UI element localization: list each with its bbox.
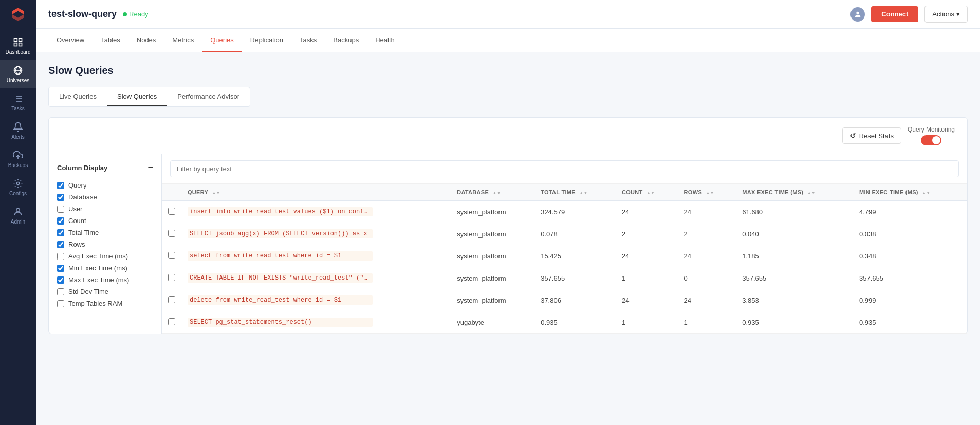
th-min-exec[interactable]: MIN EXEC TIME (MS) ▲▼ [853,184,967,201]
tab-metrics[interactable]: Metrics [164,29,202,52]
query-monitoring-group: Query Monitoring [908,126,955,145]
th-total-time[interactable]: TOTAL TIME ▲▼ [534,184,616,201]
col-database[interactable]: Database [57,191,153,203]
total-time-cell: 324.579 [534,201,616,223]
rows-cell: 0 [678,267,736,289]
sidebar-item-universes[interactable]: Universes [0,60,36,88]
sidebar-item-alerts[interactable]: Alerts [0,117,36,145]
database-cell: system_platform [451,223,534,245]
sort-icon-total-time: ▲▼ [579,191,587,195]
universe-name: test-slow-query [48,9,117,20]
count-cell: 1 [616,311,678,334]
row-checkbox[interactable] [168,296,175,303]
th-database[interactable]: DATABASE ▲▼ [451,184,534,201]
table-row: select from write_read_test where id = $… [162,245,967,267]
sidebar-item-configs[interactable]: Configs [0,173,36,201]
actions-button[interactable]: Actions ▾ [924,6,968,23]
tab-nodes[interactable]: Nodes [128,29,164,52]
column-display-title: Column Display [57,164,107,172]
th-checkbox [162,184,181,201]
table-row: CREATE TABLE IF NOT EXISTS "write_read_t… [162,267,967,289]
sidebar: Dashboard Universes Tasks Alerts Backups… [0,0,36,346]
row-checkbox[interactable] [168,208,175,215]
col-max-exec[interactable]: Max Exec Time (ms) [57,274,153,286]
query-cell[interactable]: CREATE TABLE IF NOT EXISTS "write_read_t… [181,267,451,289]
database-cell: system_platform [451,201,534,223]
status-dot-icon [123,12,127,16]
reset-stats-button[interactable]: ↺ Reset Stats [842,127,901,144]
min-exec-cell: 0.038 [853,223,967,245]
sort-icon-min-exec: ▲▼ [922,191,930,195]
query-cell[interactable]: delete from write_read_test where id = $… [181,289,451,311]
max-exec-cell: 61.680 [736,201,853,223]
count-cell: 1 [616,267,678,289]
refresh-icon: ↺ [850,132,856,140]
tab-health[interactable]: Health [367,29,403,52]
col-count[interactable]: Count [57,215,153,227]
query-monitoring-label: Query Monitoring [908,126,955,133]
col-user[interactable]: User [57,203,153,215]
sub-tab-live[interactable]: Live Queries [49,87,107,106]
max-exec-cell: 1.185 [736,245,853,267]
col-avg-exec[interactable]: Avg Exec Time (ms) [57,250,153,262]
tab-replication[interactable]: Replication [242,29,291,52]
svg-rect-3 [19,43,22,46]
max-exec-cell: 357.655 [736,267,853,289]
content-area: ↺ Reset Stats Query Monitoring Column Di… [48,117,968,334]
database-cell: system_platform [451,245,534,267]
query-cell[interactable]: SELECT jsonb_agg(x) FROM (SELECT version… [181,223,451,245]
sub-tab-performance[interactable]: Performance Advisor [167,87,250,106]
th-max-exec[interactable]: MAX EXEC TIME (MS) ▲▼ [736,184,853,201]
col-std-dev[interactable]: Std Dev Time [57,286,153,298]
row-checkbox[interactable] [168,274,175,281]
query-cell[interactable]: insert into write_read_test values ($1) … [181,201,451,223]
filter-input[interactable] [170,160,959,177]
tab-backups[interactable]: Backups [325,29,367,52]
app-logo[interactable] [9,5,27,24]
query-cell[interactable]: SELECT pg_stat_statements_reset() [181,311,451,334]
page-title: Slow Queries [48,65,968,77]
page-body: Slow Queries Live Queries Slow Queries P… [36,52,980,346]
svg-rect-0 [14,39,17,42]
sidebar-item-admin[interactable]: Admin [0,201,36,230]
connect-button[interactable]: Connect [871,6,918,22]
sub-tab-slow[interactable]: Slow Queries [107,87,167,106]
query-monitoring-toggle[interactable] [921,135,941,145]
tab-overview[interactable]: Overview [48,29,93,52]
database-cell: system_platform [451,267,534,289]
query-cell[interactable]: select from write_read_test where id = $… [181,245,451,267]
rows-cell: 24 [678,201,736,223]
collapse-icon[interactable]: − [147,162,153,173]
sidebar-item-backups[interactable]: Backups [0,145,36,173]
sidebar-item-tasks[interactable]: Tasks [0,88,36,117]
tab-tasks[interactable]: Tasks [291,29,325,52]
th-rows[interactable]: ROWS ▲▼ [678,184,736,201]
row-checkbox[interactable] [168,230,175,237]
min-exec-cell: 0.935 [853,311,967,334]
filter-bar [162,154,967,184]
svg-point-15 [16,208,20,212]
tab-queries[interactable]: Queries [202,29,242,52]
reset-stats-group: ↺ Reset Stats [842,127,901,144]
count-cell: 2 [616,223,678,245]
row-checkbox[interactable] [168,252,175,259]
col-min-exec[interactable]: Min Exec Time (ms) [57,262,153,274]
col-rows[interactable]: Rows [57,238,153,250]
col-temp-tables[interactable]: Temp Tables RAM [57,298,153,309]
tab-tables[interactable]: Tables [93,29,128,52]
queries-table: QUERY ▲▼ DATABASE ▲▼ TOTAL TIME ▲▼ [162,184,967,334]
sidebar-item-dashboard[interactable]: Dashboard [0,32,36,60]
table-area: QUERY ▲▼ DATABASE ▲▼ TOTAL TIME ▲▼ [162,154,967,334]
database-cell: system_platform [451,289,534,311]
col-total-time[interactable]: Total Time [57,227,153,238]
row-checkbox[interactable] [168,318,175,325]
col-query[interactable]: Query [57,179,153,191]
rows-cell: 24 [678,245,736,267]
th-count[interactable]: COUNT ▲▼ [616,184,678,201]
sort-icon-query: ▲▼ [212,191,220,195]
total-time-cell: 0.935 [534,311,616,334]
th-query[interactable]: QUERY ▲▼ [181,184,451,201]
rows-cell: 2 [678,223,736,245]
table-header-row: QUERY ▲▼ DATABASE ▲▼ TOTAL TIME ▲▼ [162,184,967,201]
user-avatar[interactable] [850,7,865,22]
